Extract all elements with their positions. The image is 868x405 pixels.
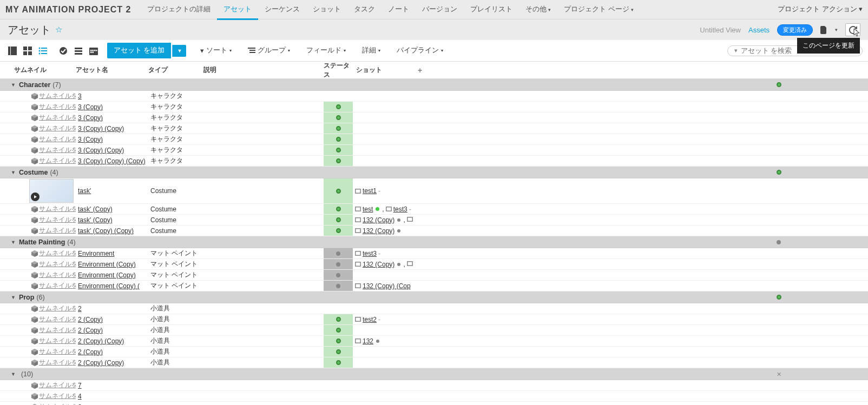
shot-link[interactable]: test <box>363 205 373 213</box>
nav-tab[interactable]: その他▾ <box>519 0 557 20</box>
asset-link[interactable]: 6 <box>78 403 82 406</box>
asset-link[interactable]: Environment <box>78 250 114 257</box>
thumbnail-cell[interactable]: サムネイルをア <box>11 357 76 368</box>
asset-name-cell[interactable]: Environment (Copy) ( <box>76 281 148 291</box>
thumbnail-cell[interactable]: サムネイルをア <box>11 336 76 346</box>
view-grid-icon[interactable] <box>22 45 34 57</box>
fields-menu[interactable]: フィールド▾ <box>302 44 350 57</box>
desc-cell[interactable] <box>203 281 324 291</box>
desc-cell[interactable] <box>203 123 324 134</box>
asset-name-cell[interactable]: 2 (Copy) (Copy) <box>76 336 148 346</box>
asset-row[interactable]: サムネイルをアEnvironment (Copy)マット ペイント132 (Co… <box>0 259 868 270</box>
asset-row[interactable]: サムネイルをア3 (Copy)キャラクタ <box>0 112 868 123</box>
shots-cell[interactable] <box>353 270 418 280</box>
asset-row[interactable]: task'Costumetest1 - <box>0 178 868 204</box>
asset-name-cell[interactable]: 6 <box>76 402 148 405</box>
thumbnail-cell[interactable]: サムネイルをア <box>11 102 76 112</box>
asset-row[interactable]: サムネイルをア7 <box>0 380 868 391</box>
col-asset-name[interactable]: アセット名 <box>76 65 148 75</box>
tasks-icon[interactable] <box>57 45 69 57</box>
nav-tab[interactable]: アセット <box>217 0 258 20</box>
search-chevron-icon[interactable]: ▾ <box>734 47 738 54</box>
asset-link[interactable]: 2 (Copy) <box>78 316 103 323</box>
asset-row[interactable]: サムネイルをア3キャラクタ <box>0 91 868 102</box>
nav-tab[interactable]: タスク <box>347 0 382 20</box>
thumbnail-cell[interactable]: サムネイルをア <box>11 215 76 225</box>
status-cell[interactable] <box>324 156 353 166</box>
asset-name-cell[interactable]: 3 (Copy) (Copy) <box>76 145 148 155</box>
status-cell[interactable] <box>324 248 353 258</box>
asset-name-cell[interactable]: Environment <box>76 248 148 258</box>
upload-thumbnail-link[interactable]: サムネイルをア <box>39 336 76 346</box>
shots-cell[interactable] <box>353 391 418 401</box>
status-cell[interactable] <box>324 303 353 314</box>
asset-row[interactable]: サムネイルをアtask' (Copy)Costumetest, test3 - <box>0 204 868 215</box>
col-thumbnail[interactable]: サムネイル <box>11 65 76 75</box>
status-cell[interactable] <box>324 380 353 390</box>
asset-row[interactable]: サムネイルをア2 (Copy)小道具 <box>0 347 868 357</box>
group-header[interactable]: ▼Character(7) <box>0 79 868 91</box>
thumbnail-cell[interactable]: サムネイルをア <box>11 134 76 144</box>
shots-cell[interactable] <box>353 134 418 144</box>
status-cell[interactable] <box>324 215 353 225</box>
asset-row[interactable]: サムネイルをアEnvironment (Copy)マット ペイント <box>0 270 868 281</box>
status-cell[interactable] <box>324 336 353 346</box>
desc-cell[interactable] <box>203 225 324 236</box>
asset-name-cell[interactable]: task' <box>76 178 148 203</box>
thumbnail-cell[interactable]: サムネイルをア <box>11 380 76 390</box>
shots-cell[interactable]: test, test3 - <box>353 204 418 214</box>
upload-thumbnail-link[interactable]: サムネイルをア <box>39 358 76 367</box>
asset-name-cell[interactable]: 2 (Copy) (Copy) <box>76 357 148 368</box>
upload-thumbnail-link[interactable]: サムネイルをア <box>39 91 76 101</box>
shots-cell[interactable] <box>353 357 418 368</box>
thumbnail-cell[interactable]: サムネイルをア <box>11 112 76 123</box>
shots-cell[interactable]: test2 - <box>353 314 418 324</box>
page-menu-icon[interactable] <box>820 26 827 34</box>
asset-link[interactable]: 3 (Copy) <box>78 136 103 143</box>
status-cell[interactable] <box>324 178 353 203</box>
shots-cell[interactable] <box>353 112 418 123</box>
pipeline-menu[interactable]: パイプライン▾ <box>392 44 448 57</box>
shots-cell[interactable]: 132 <box>353 336 418 346</box>
thumbnail-cell[interactable]: サムネイルをア <box>11 156 76 166</box>
shots-cell[interactable] <box>353 156 418 166</box>
asset-name-cell[interactable]: 3 <box>76 91 148 101</box>
upload-thumbnail-link[interactable]: サムネイルをア <box>39 391 76 401</box>
shots-cell[interactable] <box>353 145 418 155</box>
bars-icon[interactable] <box>73 45 84 57</box>
shots-cell[interactable]: 132 (Copy), <box>353 259 418 269</box>
desc-cell[interactable] <box>203 145 324 155</box>
desc-cell[interactable] <box>203 204 324 214</box>
upload-thumbnail-link[interactable]: サムネイルをア <box>39 270 76 280</box>
asset-name-cell[interactable]: Environment (Copy) <box>76 270 148 280</box>
upload-thumbnail-link[interactable]: サムネイルをア <box>39 402 76 405</box>
desc-cell[interactable] <box>203 347 324 357</box>
thumbnail-preview[interactable] <box>29 179 74 203</box>
thumbnail-cell[interactable]: サムネイルをア <box>11 270 76 280</box>
sort-menu[interactable]: ▾ソート▾ <box>196 44 236 57</box>
upload-thumbnail-link[interactable]: サムネイルをア <box>39 124 76 133</box>
asset-row[interactable]: サムネイルをアEnvironmentマット ペイントtest3 - <box>0 248 868 259</box>
group-header[interactable]: ▼Matte Painting(4) <box>0 236 868 248</box>
upload-thumbnail-link[interactable]: サムネイルをア <box>39 260 76 269</box>
upload-thumbnail-link[interactable]: サムネイルをア <box>39 145 76 155</box>
status-cell[interactable] <box>324 314 353 324</box>
asset-name-cell[interactable]: 3 (Copy) <box>76 134 148 144</box>
view-detail-icon[interactable] <box>6 45 18 57</box>
asset-row[interactable]: サムネイルをア3 (Copy)キャラクタ <box>0 134 868 145</box>
asset-row[interactable]: サムネイルをア2小道具 <box>0 303 868 314</box>
page-dropdown-icon[interactable]: ▾ <box>835 27 838 32</box>
upload-thumbnail-link[interactable]: サムネイルをア <box>39 135 76 144</box>
shot-link[interactable]: test1 <box>363 187 377 195</box>
desc-cell[interactable] <box>203 248 324 258</box>
asset-link[interactable]: 3 (Copy) <box>78 103 103 111</box>
assets-link[interactable]: Assets <box>748 26 770 34</box>
project-actions-menu[interactable]: プロジェクト アクション ▾ <box>778 5 863 14</box>
thumbnail-cell[interactable]: サムネイルをア <box>11 303 76 314</box>
add-asset-button[interactable]: アセット を追加 <box>107 43 171 58</box>
thumbnail-cell[interactable]: サムネイルをア <box>11 145 76 155</box>
nav-tab[interactable]: プロジェクト ページ▾ <box>557 0 640 20</box>
add-asset-dropdown[interactable]: ▼ <box>172 45 186 57</box>
desc-cell[interactable] <box>203 336 324 346</box>
desc-cell[interactable] <box>203 380 324 390</box>
